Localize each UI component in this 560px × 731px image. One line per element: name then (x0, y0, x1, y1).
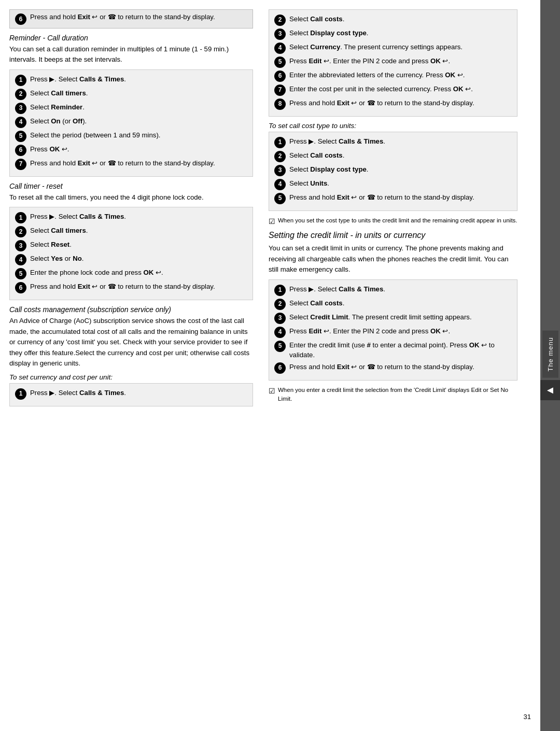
section-title-call-timer-reset: Call timer - reset (9, 182, 253, 190)
step-item: 5 Enter the phone lock code and press OK… (15, 268, 247, 279)
step-text: Select Display cost type. (289, 28, 512, 38)
step-text: Select Units. (289, 178, 512, 188)
subheading-units: To set call cost type to units: (269, 122, 517, 130)
step-item: 7 Press and hold Exit ↩ or ☎ to return t… (15, 158, 247, 170)
step-item: 6 Press and hold Exit ↩ or ☎ to return t… (274, 362, 512, 374)
step-text: Select Call costs. (289, 298, 512, 308)
sidebar: The menu ◄ (540, 0, 560, 731)
step-item: 5 Select the period (between 1 and 59 mi… (15, 130, 247, 142)
step-text: Press and hold Exit ↩ or ☎ to return to … (289, 362, 512, 372)
step-num: 4 (15, 254, 26, 265)
step-item: 4 Select Yes or No. (15, 254, 247, 265)
step-item: 4 Select On (or Off). (15, 116, 247, 128)
step-text: Select Currency. The present currency se… (289, 42, 512, 52)
step-item: 4 Select Units. (274, 178, 512, 190)
page: 6 Press and hold Exit ↩ or ☎ to return t… (0, 0, 560, 731)
step-text: Press Edit ↩. Enter the PIN 2 code and p… (289, 56, 512, 66)
right-column: 2 Select Call costs. 3 Select Display co… (263, 9, 517, 722)
step-text: Press and hold Exit ↩ or ☎ to return to … (289, 98, 512, 108)
step-num: 1 (15, 75, 26, 86)
step-text: Enter the cost per unit in the selected … (289, 84, 512, 94)
step-item: 5 Press Edit ↩. Enter the PIN 2 code and… (274, 56, 512, 68)
step-num: 5 (15, 131, 26, 142)
step-item: 1 Press ▶. Select Calls & Times. (15, 388, 247, 400)
step-item: 7 Enter the cost per unit in the selecte… (274, 84, 512, 96)
step-text: Select Yes or No. (30, 254, 247, 263)
step-item: 5 Press and hold Exit ↩ or ☎ to return t… (274, 192, 512, 204)
section-title-call-costs: Call costs management (subscription serv… (9, 305, 253, 314)
step-list-reminder: 1 Press ▶. Select Calls & Times. 2 Selec… (9, 69, 253, 177)
step-text: Press ▶. Select Calls & Times. (30, 388, 247, 398)
step-text: Press and hold Exit ↩ or ☎ to return to … (30, 158, 247, 168)
step-item: 1 Press ▶. Select Calls & Times. (15, 212, 247, 223)
step-num: 3 (15, 240, 26, 251)
section-title-reminder: Reminder - Call duration (9, 34, 253, 42)
step-text: Select On (or Off). (30, 116, 247, 126)
step-text: Press ▶. Select Calls & Times. (289, 284, 512, 294)
step-num: 4 (274, 327, 286, 338)
step-text: Press OK ↩. (30, 144, 247, 154)
step-list-call-costs: 1 Press ▶. Select Calls & Times. (9, 383, 253, 406)
step-num: 2 (274, 15, 286, 26)
step-item: 3 Select Reset. (15, 240, 247, 251)
step-item: 1 Press ▶. Select Calls & Times. (274, 284, 512, 296)
step-item: 2 Select Call timers. (15, 226, 247, 237)
step-item: 2 Select Call costs. (274, 298, 512, 310)
step-text: Press ▶. Select Calls & Times. (30, 212, 247, 221)
step-item: 3 Select Credit Limit. The present credi… (274, 312, 512, 324)
step-item: 2 Select Call timers. (15, 88, 247, 100)
step-text: Select Call timers. (30, 226, 247, 235)
step-num: 5 (274, 193, 286, 204)
step-num: 3 (274, 165, 286, 176)
big-section-title-credit: Setting the credit limit - in units or c… (269, 231, 517, 240)
step-num: 4 (15, 117, 26, 128)
step-text: Press and hold Exit ↩ or ☎ to return to … (30, 282, 247, 291)
step-num-6-top: 6 (15, 13, 26, 25)
step-num: 6 (274, 71, 286, 82)
step-num: 1 (15, 388, 26, 400)
step-num: 4 (274, 43, 286, 54)
subheading-set-currency: To set currency and cost per unit: (9, 373, 253, 381)
step-num: 1 (15, 212, 26, 223)
step-text: Enter the phone lock code and press OK ↩… (30, 268, 247, 277)
step-text: Select the period (between 1 and 59 mins… (30, 130, 247, 140)
step-num: 1 (274, 285, 286, 296)
left-column: 6 Press and hold Exit ↩ or ☎ to return t… (9, 9, 263, 722)
step-num: 7 (15, 159, 26, 170)
step-text: Press and hold Exit ↩ or ☎ to return to … (289, 192, 512, 202)
section-body-call-timer-reset: To reset all the call timers, you need t… (9, 192, 253, 203)
step-num: 5 (274, 341, 286, 352)
step-item: 3 Select Display cost type. (274, 28, 512, 40)
step-text: Select Call costs. (289, 150, 512, 160)
step-num: 5 (274, 57, 286, 68)
section-body-call-costs: An Advice of Charge (AoC) subscription s… (9, 316, 253, 369)
note-icon-2: ☑ (269, 386, 275, 396)
step-list-units: 1 Press ▶. Select Calls & Times. 2 Selec… (269, 132, 517, 211)
step-text: Press ▶. Select Calls & Times. (289, 136, 512, 146)
top-step-box: 6 Press and hold Exit ↩ or ☎ to return t… (9, 9, 253, 29)
step-num: 3 (274, 29, 286, 40)
step-num: 2 (15, 89, 26, 100)
step-text-6-top: Press and hold Exit ↩ or ☎ to return to … (30, 13, 247, 21)
step-list-continued: 2 Select Call costs. 3 Select Display co… (269, 9, 517, 117)
step-item: 1 Press ▶. Select Calls & Times. (15, 74, 247, 86)
section-body-credit: You can set a credit limit in units or c… (269, 243, 517, 275)
step-item: 6 Enter the abbreviated letters of the c… (274, 70, 512, 82)
step-num: 3 (15, 103, 26, 114)
step-num: 8 (274, 99, 286, 110)
step-text: Select Call costs. (289, 14, 512, 24)
step-item: 4 Press Edit ↩. Enter the PIN 2 code and… (274, 326, 512, 338)
step-text: Press Edit ↩. Enter the PIN 2 code and p… (289, 326, 512, 336)
note-box-1: ☑ When you set the cost type to units th… (269, 216, 517, 227)
step-item: 3 Select Display cost type. (274, 164, 512, 176)
step-num: 1 (274, 137, 286, 148)
note-text-2: When you enter a credit limit the select… (278, 386, 517, 403)
step-num: 2 (274, 299, 286, 310)
main-content: 6 Press and hold Exit ↩ or ☎ to return t… (0, 0, 540, 731)
sidebar-arrow: ◄ (540, 380, 560, 400)
step-text: Select Reminder. (30, 102, 247, 112)
step-num: 2 (274, 151, 286, 162)
note-icon-1: ☑ (269, 216, 275, 227)
step-text: Enter the credit limit (use # to enter a… (289, 340, 512, 360)
step-text: Press ▶. Select Calls & Times. (30, 74, 247, 84)
